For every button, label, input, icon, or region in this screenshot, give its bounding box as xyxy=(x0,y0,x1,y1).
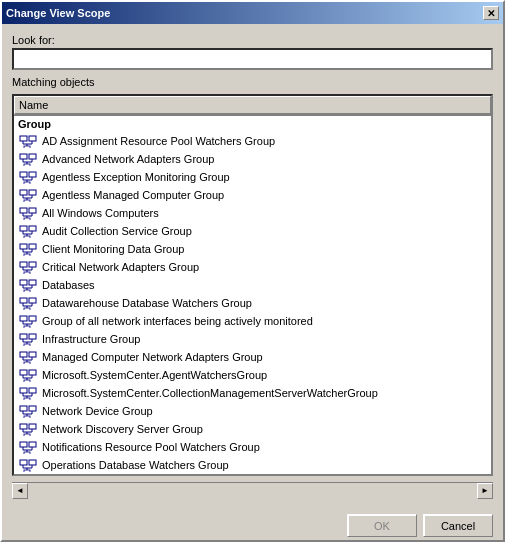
svg-rect-71 xyxy=(29,316,36,321)
title-bar: Change View Scope ✕ xyxy=(2,2,503,24)
svg-rect-0 xyxy=(20,136,27,141)
list-scroll-area[interactable]: Group AD Assignment Resourc xyxy=(14,116,491,474)
svg-rect-43 xyxy=(29,244,36,249)
list-item[interactable]: Network Discovery Server Group xyxy=(14,420,491,438)
item-text: AD Assignment Resource Pool Watchers Gro… xyxy=(42,135,275,147)
svg-rect-22 xyxy=(29,190,36,195)
list-item[interactable]: Notifications Resource Pool Watchers Gro… xyxy=(14,438,491,456)
list-item[interactable]: Network Device Group xyxy=(14,402,491,420)
network-group-icon xyxy=(18,170,38,184)
list-item[interactable]: Group of all network interfaces being ac… xyxy=(14,312,491,330)
svg-rect-104 xyxy=(24,398,30,400)
svg-rect-6 xyxy=(24,146,30,148)
list-item[interactable]: Agentless Managed Computer Group xyxy=(14,186,491,204)
list-item[interactable]: Datawarehouse Database Watchers Group xyxy=(14,294,491,312)
list-item[interactable]: Infrastructure Group xyxy=(14,330,491,348)
item-text: Group of all network interfaces being ac… xyxy=(42,315,313,327)
network-group-icon xyxy=(18,296,38,310)
svg-rect-76 xyxy=(24,326,30,328)
list-item[interactable]: Client Monitoring Data Group xyxy=(14,240,491,258)
svg-rect-29 xyxy=(29,208,36,213)
close-button[interactable]: ✕ xyxy=(483,6,499,20)
svg-rect-106 xyxy=(29,406,36,411)
svg-rect-50 xyxy=(29,262,36,267)
svg-rect-113 xyxy=(29,424,36,429)
list-header: Name xyxy=(14,96,491,116)
group-icon-svg xyxy=(18,440,38,454)
list-item[interactable]: Agentless Exception Monitoring Group xyxy=(14,168,491,186)
item-text: Managed Computer Network Adapters Group xyxy=(42,351,263,363)
item-text: Operations Database Watchers Group xyxy=(42,459,229,471)
group-icon-svg xyxy=(18,188,38,202)
svg-rect-56 xyxy=(20,280,27,285)
network-group-icon xyxy=(18,278,38,292)
list-item[interactable]: Microsoft.SystemCenter.CollectionManagem… xyxy=(14,384,491,402)
svg-rect-119 xyxy=(20,442,27,447)
svg-rect-15 xyxy=(29,172,36,177)
group-icon-svg xyxy=(18,386,38,400)
item-text: Notifications Resource Pool Watchers Gro… xyxy=(42,441,260,453)
svg-rect-63 xyxy=(20,298,27,303)
svg-rect-99 xyxy=(29,388,36,393)
network-group-icon xyxy=(18,206,38,220)
name-column-header: Name xyxy=(14,96,491,115)
svg-rect-1 xyxy=(29,136,36,141)
group-icon-svg xyxy=(18,332,38,346)
svg-rect-42 xyxy=(20,244,27,249)
svg-rect-62 xyxy=(24,290,30,292)
list-item[interactable]: All Windows Computers xyxy=(14,204,491,222)
list-item[interactable]: Audit Collection Service Group xyxy=(14,222,491,240)
svg-rect-98 xyxy=(20,388,27,393)
group-icon-svg xyxy=(18,314,38,328)
hscroll-right-button[interactable]: ► xyxy=(477,483,493,499)
svg-rect-92 xyxy=(29,370,36,375)
list-item[interactable]: AD Assignment Resource Pool Watchers Gro… xyxy=(14,132,491,150)
svg-rect-125 xyxy=(24,452,30,454)
svg-rect-34 xyxy=(24,218,30,220)
svg-rect-69 xyxy=(24,308,30,310)
list-item[interactable]: Critical Network Adapters Group xyxy=(14,258,491,276)
list-item[interactable]: Operations Database Watchers Group xyxy=(14,456,491,474)
group-icon-svg xyxy=(18,404,38,418)
ok-button[interactable]: OK xyxy=(347,514,417,537)
window-title: Change View Scope xyxy=(6,7,110,19)
cancel-button[interactable]: Cancel xyxy=(423,514,493,537)
list-item[interactable]: Databases xyxy=(14,276,491,294)
change-view-scope-dialog: Change View Scope ✕ Look for: Matching o… xyxy=(0,0,505,542)
svg-rect-48 xyxy=(24,254,30,256)
svg-rect-90 xyxy=(24,362,30,364)
list-item[interactable]: Managed Computer Network Adapters Group xyxy=(14,348,491,366)
group-icon-svg xyxy=(18,134,38,148)
network-group-icon xyxy=(18,386,38,400)
network-group-icon xyxy=(18,404,38,418)
look-for-section: Look for: xyxy=(12,34,493,70)
network-group-icon xyxy=(18,458,38,472)
list-item[interactable]: Microsoft.SystemCenter.AgentWatchersGrou… xyxy=(14,366,491,384)
svg-rect-8 xyxy=(29,154,36,159)
item-text: Agentless Managed Computer Group xyxy=(42,189,224,201)
svg-rect-78 xyxy=(29,334,36,339)
group-icon-svg xyxy=(18,368,38,382)
item-text: Critical Network Adapters Group xyxy=(42,261,199,273)
svg-rect-84 xyxy=(20,352,27,357)
svg-rect-126 xyxy=(20,460,27,465)
svg-rect-111 xyxy=(24,416,30,418)
svg-rect-83 xyxy=(24,344,30,346)
network-group-icon xyxy=(18,224,38,238)
item-text: Microsoft.SystemCenter.AgentWatchersGrou… xyxy=(42,369,267,381)
svg-rect-77 xyxy=(20,334,27,339)
svg-rect-70 xyxy=(20,316,27,321)
item-text: Network Device Group xyxy=(42,405,153,417)
look-for-label: Look for: xyxy=(12,34,493,46)
look-for-input[interactable] xyxy=(12,48,493,70)
svg-rect-49 xyxy=(20,262,27,267)
hscroll-track[interactable] xyxy=(28,483,477,499)
group-icon-svg xyxy=(18,224,38,238)
horizontal-scrollbar[interactable]: ◄ ► xyxy=(12,482,493,498)
list-item[interactable]: Advanced Network Adapters Group xyxy=(14,150,491,168)
hscroll-left-button[interactable]: ◄ xyxy=(12,483,28,499)
group-icon-svg xyxy=(18,206,38,220)
matching-objects-label: Matching objects xyxy=(12,76,493,88)
svg-rect-91 xyxy=(20,370,27,375)
network-group-icon xyxy=(18,188,38,202)
